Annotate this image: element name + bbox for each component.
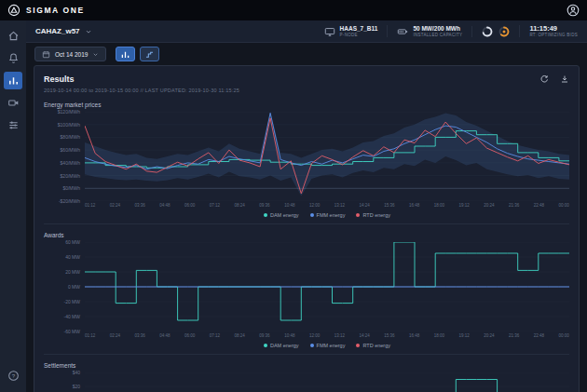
- awards-x-axis: 01:1202:2403:3604:4806:0007:1208:2409:36…: [85, 333, 569, 338]
- x-tick-label: 10:48: [284, 333, 294, 338]
- awards-legend: DAM energyFMM energyRTD energy: [85, 343, 569, 348]
- x-tick-label: 12:00: [309, 203, 320, 208]
- x-tick-label: 07:12: [210, 333, 220, 338]
- x-tick-label: 09:36: [259, 203, 269, 208]
- clock-status: RT: OPTIMIZING BIDS: [529, 33, 578, 37]
- results-header: Results: [44, 72, 569, 86]
- bar-view-button[interactable]: [116, 47, 135, 61]
- chart-view-toggle: [116, 47, 159, 61]
- y-tick-label: -$20/MWh: [59, 198, 80, 204]
- results-subtitle: 2019-10-14 00:00 to 2019-10-15 00:00 // …: [44, 88, 569, 93]
- legend-item[interactable]: DAM energy: [264, 343, 299, 348]
- refresh-icon: [539, 74, 549, 84]
- legend-item[interactable]: FMM energy: [310, 343, 346, 348]
- pnode-info: HAAS_7_B11 P-NODE: [315, 25, 378, 37]
- chevron-down-icon: [85, 28, 92, 35]
- app-logo-icon: [7, 4, 20, 17]
- legend-label: FMM energy: [317, 343, 346, 348]
- results-panel: Results 2019-10-14 00:00 to 2019-10-15 0…: [34, 65, 580, 392]
- home-icon: [7, 30, 20, 42]
- sidebar: ?: [0, 20, 26, 392]
- x-tick-label: 03:36: [135, 203, 145, 208]
- x-tick-label: 09:36: [259, 333, 269, 338]
- prices-legend: DAM energyFMM energyRTD energy: [85, 212, 569, 218]
- user-menu-button[interactable]: [567, 4, 580, 17]
- prices-x-axis: 01:1202:2403:3604:4806:0007:1208:2409:36…: [85, 203, 569, 208]
- x-tick-label: 18:00: [434, 203, 444, 208]
- battery-icon: [397, 26, 408, 37]
- legend-dot-icon: [264, 344, 267, 347]
- x-tick-label: 16:48: [409, 333, 419, 338]
- x-tick-label: 20:24: [484, 333, 494, 338]
- x-tick-label: 04:48: [159, 203, 170, 208]
- x-tick-label: 08:24: [235, 203, 245, 208]
- monitor-icon: [324, 26, 335, 37]
- y-tick-label: -60 MW: [64, 329, 81, 334]
- x-tick-label: 02:24: [110, 203, 120, 208]
- bell-icon: [7, 52, 20, 64]
- x-tick-label: 14:24: [359, 203, 369, 208]
- settlements-section: Settlements $40$20$0-$20-$40: [44, 354, 569, 392]
- legend-item[interactable]: RTD energy: [356, 343, 390, 348]
- sidebar-item-help[interactable]: ?: [4, 367, 22, 385]
- y-tick-label: $120/MWh: [58, 109, 80, 115]
- awards-section-title: Awards: [44, 232, 569, 238]
- step-chart-icon: [144, 49, 155, 60]
- y-tick-label: $20/MWh: [61, 173, 80, 179]
- calendar-icon: [42, 50, 50, 59]
- sidebar-item-settings[interactable]: [4, 116, 22, 134]
- x-tick-label: 12:00: [309, 333, 320, 338]
- header-bar: CAHAZ_w57 HAAS_7_B11 P-NODE 50 MW/200 MW…: [26, 20, 587, 43]
- legend-label: DAM energy: [270, 343, 299, 348]
- step-view-button[interactable]: [140, 47, 159, 61]
- refresh-button[interactable]: [539, 74, 549, 84]
- legend-label: FMM energy: [317, 212, 346, 218]
- x-tick-label: 14:24: [359, 333, 369, 338]
- sidebar-item-alerts[interactable]: [4, 49, 22, 67]
- x-tick-label: 01:12: [85, 333, 95, 338]
- x-tick-label: 19:12: [458, 333, 469, 338]
- x-tick-label: 03:36: [135, 333, 145, 338]
- legend-label: DAM energy: [270, 212, 299, 218]
- y-tick-label: $40/MWh: [61, 160, 80, 166]
- x-tick-label: 02:24: [110, 333, 120, 338]
- legend-dot-icon: [356, 344, 360, 347]
- sidebar-item-home[interactable]: [4, 27, 22, 45]
- y-tick-label: -20 MW: [64, 299, 81, 304]
- legend-dot-icon: [310, 213, 314, 217]
- download-button[interactable]: [560, 74, 569, 84]
- clock-time: 11:15:49: [529, 25, 578, 33]
- awards-chart[interactable]: [85, 242, 569, 331]
- date-picker[interactable]: Oct 14 2019: [34, 47, 106, 61]
- prices-section: Energy market prices $120/MWh$100/MWh$80…: [44, 97, 569, 218]
- legend-dot-icon: [356, 213, 360, 217]
- date-value: Oct 14 2019: [55, 51, 88, 58]
- x-tick-label: 07:12: [210, 203, 220, 208]
- y-tick-label: -40 MW: [64, 314, 81, 319]
- x-tick-label: 04:48: [159, 333, 170, 338]
- settlements-chart[interactable]: [85, 372, 569, 392]
- legend-item[interactable]: FMM energy: [310, 212, 346, 218]
- toolbar: Oct 14 2019: [26, 43, 587, 65]
- site-name: CAHAZ_w57: [35, 27, 80, 35]
- app-title: SIGMA ONE: [26, 6, 85, 15]
- sidebar-item-media[interactable]: [4, 94, 22, 112]
- svg-text:?: ?: [11, 373, 15, 379]
- pnode-value: HAAS_7_B11: [340, 25, 378, 33]
- x-tick-label: 21:36: [509, 333, 519, 338]
- topbar: SIGMA ONE: [0, 0, 587, 20]
- x-tick-label: 10:48: [284, 203, 294, 208]
- legend-item[interactable]: DAM energy: [264, 212, 299, 218]
- legend-item[interactable]: RTD energy: [356, 212, 390, 218]
- status-gauge-icon: [498, 26, 510, 37]
- y-tick-label: $20: [73, 384, 80, 389]
- y-tick-label: $80/MWh: [61, 134, 80, 140]
- awards-section: Awards 60 MW40 MW20 MW0 MW-20 MW-40 MW-6…: [44, 223, 569, 348]
- prices-chart[interactable]: [85, 112, 569, 201]
- x-tick-label: 06:00: [184, 333, 195, 338]
- settlements-section-title: Settlements: [44, 362, 569, 369]
- x-tick-label: 22:48: [534, 203, 544, 208]
- site-selector[interactable]: CAHAZ_w57: [35, 27, 92, 35]
- sidebar-item-results[interactable]: [4, 72, 22, 89]
- capacity-value: 50 MW/200 MWh: [413, 25, 462, 33]
